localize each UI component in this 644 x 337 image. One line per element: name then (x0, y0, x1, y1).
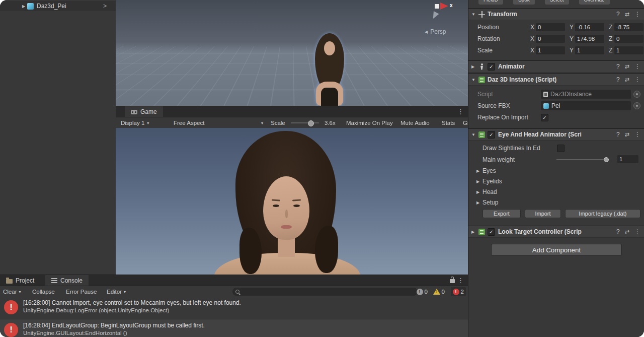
foldout-open-icon[interactable]: ▼ (471, 12, 477, 17)
tab-project[interactable]: Project (0, 275, 40, 286)
foldout-open-icon[interactable]: ▼ (471, 78, 477, 82)
clipped-button[interactable]: FieldD (478, 0, 503, 5)
display-dropdown[interactable]: Display 1 ▾ (121, 117, 149, 128)
foldout-setup[interactable]: ▶ Setup (468, 197, 644, 208)
foldout-eyelids[interactable]: ▶ Eyelids (468, 176, 644, 186)
foldout-open-icon[interactable]: ▼ (471, 132, 477, 137)
menu-dots-icon[interactable]: ⋮ (634, 228, 640, 235)
rotation-z-field[interactable]: 0 (614, 35, 643, 43)
foldout-closed-icon[interactable]: ▶ (471, 64, 477, 69)
import-button[interactable]: Import (525, 209, 561, 218)
presets-icon[interactable]: ⇄ (625, 229, 629, 235)
lock-icon[interactable] (450, 279, 455, 283)
position-z-field[interactable]: -8.75 (614, 23, 643, 31)
scale-slider-knob[interactable] (308, 120, 314, 126)
x-axis-label: X (530, 35, 536, 42)
transform-header[interactable]: ▼ Transform ? ⇄ ⋮ (468, 8, 644, 20)
tab-console[interactable]: Console (45, 275, 89, 286)
inspector-panel: FieldD Spok Select Overmae ▼ Transform ?… (468, 0, 644, 337)
gizmos-dropdown[interactable]: Gizmos (463, 117, 468, 128)
position-label: Position (468, 24, 530, 31)
scale-slider-track[interactable] (291, 122, 319, 123)
collapse-toggle[interactable]: Collapse (32, 286, 55, 297)
help-icon[interactable]: ? (616, 228, 620, 235)
add-component-button[interactable]: Add Component (491, 244, 622, 256)
error-count-toggle[interactable]: ! 2 (451, 287, 466, 296)
foldout-head[interactable]: ▶ Head (468, 187, 644, 197)
clear-button[interactable]: Clear ▾ (3, 286, 21, 297)
clipped-button[interactable]: Spok (513, 0, 535, 5)
source-fbx-object-field[interactable]: Pei (541, 101, 631, 110)
script-object-field[interactable]: Daz3DInstance (541, 90, 631, 99)
mute-audio-toggle[interactable]: Mute Audio (400, 117, 430, 128)
scale-z-field[interactable]: 1 (614, 46, 643, 54)
gizmo-axis-cone-icon[interactable] (430, 11, 439, 20)
error-pause-toggle[interactable]: Error Pause (66, 286, 97, 297)
position-y-field[interactable]: -0.16 (575, 23, 604, 31)
rotation-y-field[interactable]: 174.98 (575, 35, 604, 43)
scale-y-field[interactable]: 1 (575, 46, 604, 54)
export-button[interactable]: Export (482, 209, 521, 218)
import-legacy-button[interactable]: Import legacy (.dat) (565, 209, 640, 218)
help-icon[interactable]: ? (616, 131, 620, 138)
animator-header[interactable]: ▶ ✓ Animator ? ⇄ ⋮ (468, 60, 644, 73)
prefab-chevron-icon[interactable]: > (103, 3, 107, 10)
warning-count-toggle[interactable]: 0 (431, 287, 447, 296)
maximize-on-play-toggle[interactable]: Maximize On Play (346, 117, 393, 128)
daz-instance-header[interactable]: ▼ Daz 3D Instance (Script) ? ⇄ ⋮ (468, 74, 644, 86)
stats-toggle[interactable]: Stats (442, 117, 455, 128)
replace-on-import-checkbox[interactable]: ✓ (541, 114, 548, 121)
scene-character[interactable] (311, 33, 349, 106)
look-target-enabled-checkbox[interactable]: ✓ (488, 228, 495, 236)
animator-enabled-checkbox[interactable]: ✓ (488, 63, 495, 71)
menu-dots-icon[interactable]: ⋮ (634, 76, 640, 83)
scale-slider[interactable] (291, 117, 319, 128)
foldout-arrow-icon[interactable]: ▶ (22, 4, 27, 9)
chevron-down-icon[interactable]: ▾ (19, 290, 21, 294)
presets-icon[interactable]: ⇄ (625, 63, 629, 70)
help-icon[interactable]: ? (616, 63, 620, 70)
info-icon: ! (417, 289, 423, 295)
eye-head-enabled-checkbox[interactable]: ✓ (488, 131, 495, 139)
menu-dots-icon[interactable]: ⋮ (634, 131, 640, 138)
log-entry[interactable]: ! [16:28:00] Cannot import, eye control … (0, 297, 468, 319)
help-icon[interactable]: ? (616, 76, 620, 83)
hierarchy-item-daz3d-pei[interactable]: ▶ Daz3d_Pei > (0, 1, 116, 11)
console-search-input[interactable] (242, 288, 415, 295)
main-weight-field[interactable]: 1 (617, 155, 638, 163)
aspect-dropdown[interactable]: Free Aspect ▾ (174, 117, 263, 128)
game-menu-icon[interactable]: ⋮ (457, 108, 464, 115)
look-target-controller-header[interactable]: ▶ ✓ Look Target Controller (Scrip ? ⇄ ⋮ (468, 226, 644, 238)
help-icon[interactable]: ? (616, 11, 620, 18)
console-search[interactable] (232, 288, 418, 296)
game-viewport[interactable] (116, 128, 468, 275)
presets-icon[interactable]: ⇄ (625, 77, 629, 83)
clipped-button[interactable]: Overmae (579, 0, 610, 5)
position-x-field[interactable]: 0 (536, 23, 565, 31)
rotation-x-field[interactable]: 0 (536, 35, 565, 43)
object-picker-icon[interactable] (633, 91, 640, 98)
editor-dropdown[interactable]: Editor ▾ (107, 286, 126, 297)
menu-dots-icon[interactable]: ⋮ (634, 11, 640, 18)
tab-game[interactable]: Game (125, 106, 163, 117)
gizmo-x-axis-cone-icon[interactable] (440, 3, 448, 10)
scene-view[interactable]: x ◀ Persp (116, 0, 468, 106)
presets-icon[interactable]: ⇄ (625, 11, 629, 18)
info-count-toggle[interactable]: ! 0 (415, 287, 430, 296)
persp-toggle[interactable]: ◀ Persp (425, 28, 446, 35)
foldout-eyes[interactable]: ▶ Eyes (468, 166, 644, 176)
foldout-closed-icon[interactable]: ▶ (471, 230, 477, 234)
scene-orientation-gizmo[interactable]: x ◀ Persp (424, 1, 464, 37)
draw-sightlines-checkbox[interactable] (557, 145, 565, 152)
clipped-button[interactable]: Select (545, 0, 569, 5)
console-panel-menu-icon[interactable]: ⋮ (457, 277, 464, 284)
log-entry[interactable]: ! [16:28:04] EndLayoutGroup: BeginLayout… (0, 319, 468, 337)
presets-icon[interactable]: ⇄ (625, 131, 629, 138)
scale-x-field[interactable]: 1 (536, 46, 565, 54)
object-picker-icon[interactable] (633, 102, 640, 109)
main-weight-slider-knob[interactable] (604, 157, 609, 162)
main-weight-slider[interactable] (556, 159, 607, 160)
gizmo-center-cube-icon[interactable] (435, 4, 439, 9)
menu-dots-icon[interactable]: ⋮ (634, 63, 640, 70)
eye-head-animator-header[interactable]: ▼ ✓ Eye And Head Animator (Scri ? ⇄ ⋮ (468, 128, 644, 141)
